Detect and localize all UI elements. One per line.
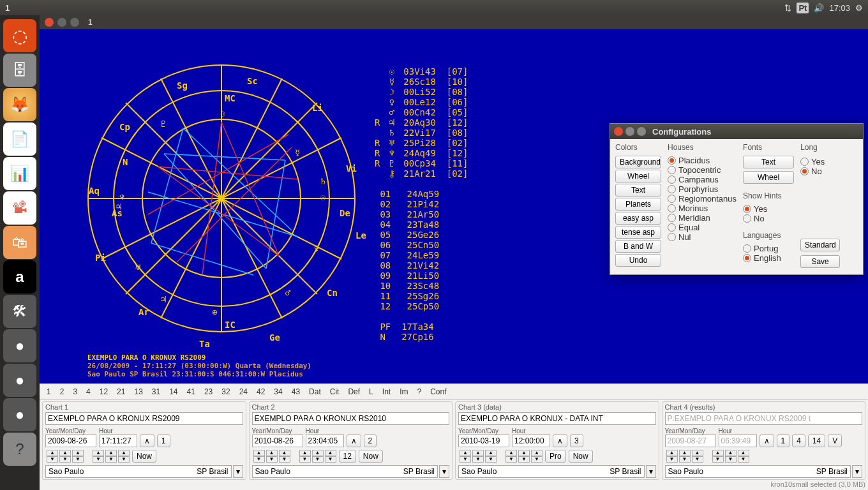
gear-icon[interactable]: ⚙ (855, 3, 863, 13)
cfg-save-button[interactable]: Save (800, 255, 840, 268)
tab-42[interactable]: 42 (252, 385, 269, 398)
cfg-house-porphyrius[interactable]: Porphyrius (668, 184, 737, 194)
chart3-btn-a[interactable]: ∧ (553, 434, 567, 447)
chart3-date-dn[interactable]: ▼ (460, 456, 471, 463)
chart3-location-select[interactable]: Sao PauloSP Brasil (458, 465, 645, 478)
app-icon-3[interactable]: ● (3, 398, 36, 431)
chevron-down-icon[interactable]: ▾ (646, 465, 656, 478)
chart2-date-input[interactable] (252, 434, 303, 447)
impress-icon[interactable]: 📽 (3, 191, 36, 225)
cfg-font-text[interactable]: Text (743, 156, 794, 168)
tab-Dat[interactable]: Dat (304, 385, 326, 398)
tab-34[interactable]: 34 (269, 385, 287, 398)
chart2-name-input[interactable] (252, 412, 450, 425)
cfg-close-icon[interactable] (614, 127, 623, 136)
cfg-long-yes[interactable]: Yes (800, 157, 840, 167)
chart1-btn-b[interactable]: 1 (157, 434, 170, 447)
cfg-house-topocentric[interactable]: Topocentric (668, 165, 737, 175)
chart1-name-input[interactable] (45, 412, 243, 425)
amazon-icon[interactable]: a (3, 260, 36, 293)
chart4-btn-4[interactable]: 4 (792, 434, 805, 447)
tab-Conf[interactable]: Conf (426, 385, 451, 398)
chart1-btn-a[interactable]: ∧ (140, 434, 154, 447)
chart1-date-up[interactable]: ▲ (47, 450, 58, 456)
cfg-color-b and w[interactable]: B and W (615, 240, 661, 253)
chart3-btn-pro[interactable]: Pro (545, 450, 566, 463)
tab-24[interactable]: 24 (235, 385, 252, 398)
calc-icon[interactable]: 📊 (3, 157, 36, 190)
cfg-minimize-icon[interactable] (625, 127, 634, 136)
cfg-hints-yes[interactable]: Yes (743, 204, 794, 214)
chart2-btn-c[interactable]: 12 (339, 450, 356, 463)
tab-32[interactable]: 32 (217, 385, 234, 398)
app-icon-2[interactable]: ● (3, 364, 36, 397)
tab-43[interactable]: 43 (287, 385, 304, 398)
minimize-icon[interactable] (57, 18, 66, 27)
cfg-color-text[interactable]: Text (615, 184, 661, 197)
chart4-date-up[interactable]: ▲ (666, 450, 678, 456)
tab-14[interactable]: 14 (165, 385, 182, 398)
tab-21[interactable]: 21 (112, 385, 130, 398)
tab-Cit[interactable]: Cit (326, 385, 344, 398)
chart2-date-dn[interactable]: ▼ (253, 456, 265, 463)
chart1-now-button[interactable]: Now (132, 450, 156, 463)
cfg-house-nul[interactable]: Nul (668, 232, 737, 242)
chart1-location-select[interactable]: Sao PauloSP Brasil (45, 465, 232, 478)
tab-23[interactable]: 23 (200, 385, 217, 398)
cfg-color-background[interactable]: Background (615, 156, 661, 168)
chart1-time-input[interactable] (99, 434, 137, 447)
settings-icon[interactable]: 🛠 (3, 295, 36, 328)
cfg-font-wheel[interactable]: Wheel (743, 171, 794, 184)
cfg-house-regiomontanus[interactable]: Regiomontanus (668, 194, 737, 204)
chart2-time-input[interactable] (306, 434, 344, 447)
chart4-name-input[interactable] (665, 412, 863, 425)
chart3-now-button[interactable]: Now (569, 450, 593, 463)
chart3-btn-b[interactable]: 3 (570, 434, 583, 447)
chart3-date-up[interactable]: ▲ (460, 450, 471, 456)
tab-1[interactable]: 1 (42, 385, 56, 398)
chart3-time-input[interactable] (512, 434, 550, 447)
tab-41[interactable]: 41 (183, 385, 200, 398)
chart4-btn-14[interactable]: 14 (808, 434, 825, 447)
tab-Int[interactable]: Int (378, 385, 395, 398)
chart4-date-input[interactable] (665, 434, 716, 447)
chart3-name-input[interactable] (458, 412, 656, 425)
cfg-color-undo[interactable]: Undo (615, 254, 661, 267)
cfg-hints-no[interactable]: No (743, 214, 794, 223)
cfg-lang-english[interactable]: English (743, 253, 794, 263)
volume-icon[interactable]: 🔊 (814, 3, 824, 13)
cfg-color-tense asp[interactable]: tense asp (615, 226, 661, 239)
chart2-btn-b[interactable]: 2 (364, 434, 377, 447)
chart4-btn-v[interactable]: V (828, 434, 842, 447)
chevron-down-icon[interactable]: ▾ (852, 465, 862, 478)
tab-Def[interactable]: Def (343, 385, 364, 398)
app-icon-1[interactable]: ● (3, 329, 36, 362)
tab-3[interactable]: 3 (68, 385, 82, 398)
cfg-maximize-icon[interactable] (637, 127, 646, 136)
cfg-lang-portug[interactable]: Portug (743, 244, 794, 253)
software-icon[interactable]: 🛍 (3, 226, 36, 259)
chart4-date-dn[interactable]: ▼ (666, 456, 678, 463)
cfg-color-wheel[interactable]: Wheel (615, 170, 661, 182)
cfg-color-planets[interactable]: Planets (615, 198, 661, 211)
clock[interactable]: 17:03 (829, 3, 850, 13)
cfg-color-easy asp[interactable]: easy asp (615, 212, 661, 225)
cfg-long-no[interactable]: No (800, 167, 840, 176)
ubuntu-dash-icon[interactable]: ◌ (3, 19, 36, 52)
maximize-icon[interactable] (70, 18, 79, 27)
chart3-date-input[interactable] (458, 434, 509, 447)
cfg-house-campanus[interactable]: Campanus (668, 175, 737, 184)
tab-2[interactable]: 2 (56, 385, 69, 398)
chart4-location-select[interactable]: Sao PauloSP Brasil (665, 465, 851, 478)
cfg-house-placidus[interactable]: Placidus (668, 156, 737, 165)
network-icon[interactable]: ⇅ (784, 3, 791, 13)
chevron-down-icon[interactable]: ▾ (233, 465, 243, 478)
tab-?[interactable]: ? (412, 385, 426, 398)
chart4-btn-1[interactable]: 1 (777, 434, 790, 447)
chart1-date-input[interactable] (45, 434, 96, 447)
chart2-location-select[interactable]: Sao PauloSP Brasil (252, 465, 438, 478)
cfg-house-meridian[interactable]: Meridian (668, 213, 737, 223)
cfg-standard-button[interactable]: Standard (800, 239, 840, 251)
tab-Im[interactable]: Im (395, 385, 412, 398)
writer-icon[interactable]: 📄 (3, 122, 36, 156)
